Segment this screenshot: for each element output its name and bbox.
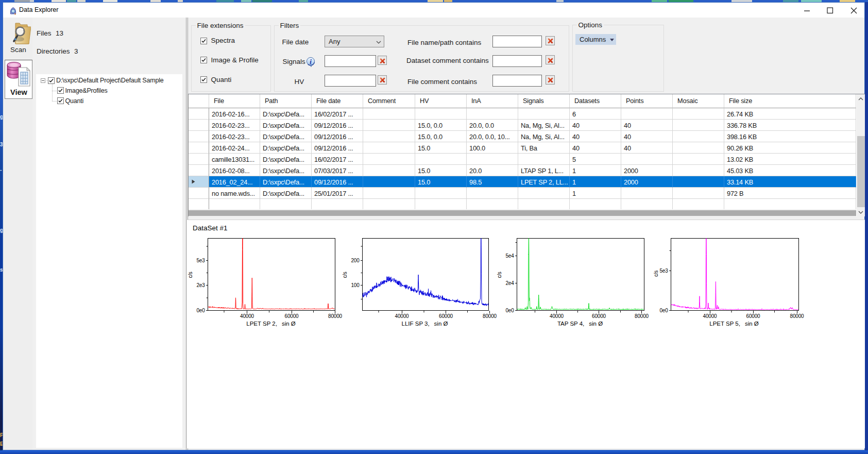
- svg-text:i: i: [310, 57, 312, 65]
